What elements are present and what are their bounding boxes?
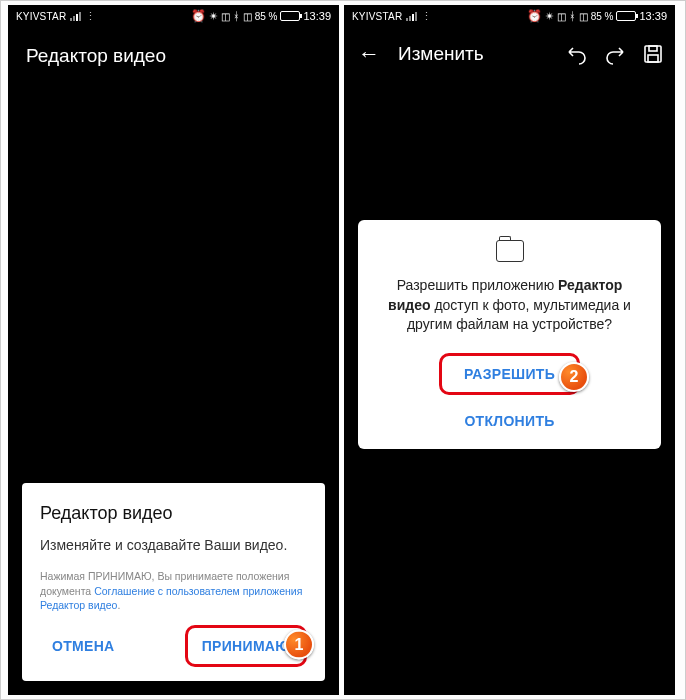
- network-icon: ◫: [243, 11, 252, 22]
- alarm-icon: ⏰: [191, 9, 206, 23]
- phone-screen-right: KYIVSTAR ⋮ ⏰ ✴ ◫ ᚼ ◫ 85 % 13:39 ← Измени…: [344, 5, 675, 695]
- dialog-fineprint: Нажимая ПРИНИМАЮ, Вы принимаете положени…: [40, 569, 307, 613]
- bluetooth-icon: ᚼ: [233, 10, 240, 22]
- redo-icon[interactable]: [603, 42, 627, 66]
- step-badge-2: 2: [559, 362, 589, 392]
- svg-rect-2: [648, 55, 658, 62]
- svg-rect-1: [649, 46, 657, 51]
- wifi-icon: ⋮: [421, 10, 432, 23]
- vibrate-icon: ✴: [209, 10, 218, 23]
- carrier-label: KYIVSTAR: [16, 11, 66, 22]
- perm-text-after: доступ к фото, мультимедиа и другим файл…: [407, 297, 631, 333]
- clock: 13:39: [303, 10, 331, 22]
- folder-icon: [496, 240, 524, 262]
- carrier-label: KYIVSTAR: [352, 11, 402, 22]
- accept-highlight: ПРИНИМАЮ 1: [185, 625, 307, 667]
- editor-header: ← Изменить: [344, 27, 675, 81]
- app-title: Редактор видео: [8, 27, 339, 85]
- dialog-title: Редактор видео: [40, 503, 307, 524]
- battery-icon: [616, 11, 636, 21]
- perm-text-before: Разрешить приложению: [397, 277, 558, 293]
- battery-percent: 85 %: [255, 11, 278, 22]
- vibrate-icon: ✴: [545, 10, 554, 23]
- signal-icon: [70, 12, 81, 21]
- back-icon[interactable]: ←: [354, 37, 384, 71]
- phone-screen-left: KYIVSTAR ⋮ ⏰ ✴ ◫ ᚼ ◫ 85 % 13:39 Редактор…: [8, 5, 339, 695]
- permission-dialog: Разрешить приложению Редактор видео дост…: [358, 220, 661, 449]
- agreement-dialog: Редактор видео Изменяйте и создавайте Ва…: [22, 483, 325, 681]
- wifi-icon: ⋮: [85, 10, 96, 23]
- save-icon[interactable]: [641, 42, 665, 66]
- undo-icon[interactable]: [565, 42, 589, 66]
- status-bar: KYIVSTAR ⋮ ⏰ ✴ ◫ ᚼ ◫ 85 % 13:39: [8, 5, 339, 27]
- signal-icon: [406, 12, 417, 21]
- step-badge-1: 1: [284, 630, 314, 660]
- clock: 13:39: [639, 10, 667, 22]
- dialog-subtitle: Изменяйте и создавайте Ваши видео.: [40, 536, 307, 555]
- no-sim-icon: ◫: [221, 11, 230, 22]
- cancel-button[interactable]: ОТМЕНА: [40, 628, 126, 664]
- allow-button[interactable]: РАЗРЕШИТЬ: [452, 356, 567, 392]
- battery-percent: 85 %: [591, 11, 614, 22]
- bluetooth-icon: ᚼ: [569, 10, 576, 22]
- permission-message: Разрешить приложению Редактор видео дост…: [376, 276, 643, 335]
- battery-icon: [280, 11, 300, 21]
- alarm-icon: ⏰: [527, 9, 542, 23]
- status-bar: KYIVSTAR ⋮ ⏰ ✴ ◫ ᚼ ◫ 85 % 13:39: [344, 5, 675, 27]
- network-icon: ◫: [579, 11, 588, 22]
- no-sim-icon: ◫: [557, 11, 566, 22]
- deny-button[interactable]: ОТКЛОНИТЬ: [452, 403, 566, 439]
- header-title: Изменить: [398, 43, 551, 65]
- allow-highlight: РАЗРЕШИТЬ 2: [439, 353, 580, 395]
